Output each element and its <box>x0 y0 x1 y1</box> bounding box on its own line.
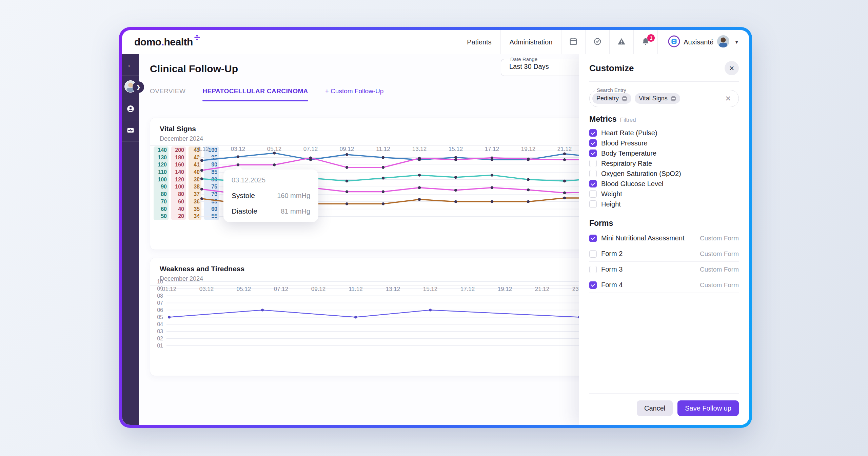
metric-label: Respiratory Rate <box>601 160 652 167</box>
checkbox-unchecked[interactable] <box>589 190 597 198</box>
metric-label: Blood Glucose Level <box>601 180 663 188</box>
app-window: domo.health PatientsAdministration <box>119 27 752 428</box>
save-follow-up-button[interactable]: Save Follow up <box>677 400 739 416</box>
tooltip-label: Diastole <box>232 207 257 215</box>
metric-checkbox-row[interactable]: Body Temperature <box>589 148 739 158</box>
header-spacer <box>200 30 458 54</box>
sidebar-item-monitoring[interactable] <box>122 120 139 142</box>
app-frame: domo.health PatientsAdministration <box>122 30 749 425</box>
notifications-button[interactable]: 1 <box>633 30 657 54</box>
user-avatar <box>717 35 730 49</box>
remove-chip-icon[interactable] <box>622 96 627 101</box>
metrics-section-header: Metrics Filtred <box>589 115 739 124</box>
axis-tick: 80 <box>173 191 184 198</box>
form-checkbox-row[interactable]: Form 2Custom Form <box>589 246 739 262</box>
tab-hepatocellular-carcinoma[interactable]: HEPATOCELLULAR CARCINOMA <box>202 87 308 101</box>
metric-label: Weight <box>601 190 622 198</box>
checkbox-unchecked[interactable] <box>589 170 597 177</box>
y-tick: 07 <box>154 299 163 306</box>
account-menu[interactable]: Auxisanté ▼ <box>657 30 749 54</box>
axis-tick: 70 <box>155 198 167 205</box>
axis-tick: 160 <box>173 161 184 168</box>
checkbox-checked[interactable] <box>589 139 597 147</box>
form-label: Mini Nutritional Assessment <box>601 234 695 242</box>
metric-checkbox-row[interactable]: Weight <box>589 189 739 199</box>
notification-count-badge: 1 <box>647 34 655 42</box>
remove-chip-icon[interactable] <box>671 96 676 101</box>
checkbox-checked[interactable] <box>589 150 597 157</box>
checkbox-checked[interactable] <box>589 235 597 242</box>
metric-checkbox-row[interactable]: Height <box>589 199 739 209</box>
tab-custom-follow-up[interactable]: + Custom Follow-Up <box>325 87 384 101</box>
tasks-button[interactable] <box>585 30 609 54</box>
logo-text: domo.health <box>134 36 193 48</box>
x-tick: 21.12 <box>528 286 556 293</box>
x-tick: 13.12 <box>405 146 434 153</box>
form-type-label: Custom Form <box>700 266 739 273</box>
tab-overview[interactable]: OVERVIEW <box>150 87 185 101</box>
axis-tick: 20 <box>173 213 184 220</box>
form-type-label: Custom Form <box>700 235 739 242</box>
logo-pixel-heart-icon <box>194 35 200 42</box>
panel-footer: Cancel Save Follow up <box>589 393 739 425</box>
tooltip-date: 03.12.2025 <box>232 176 310 184</box>
sidebar-item-profile[interactable] <box>122 99 139 120</box>
search-entry-field[interactable]: Search Entry PediatryVital Signs✕ <box>589 87 739 107</box>
organization-logo-icon <box>668 35 680 49</box>
app-logo[interactable]: domo.health <box>122 30 200 54</box>
sidebar-patient-item[interactable]: ❯ <box>122 76 139 99</box>
metric-label: Heart Rate (Pulse) <box>601 129 657 137</box>
y-tick: 01 <box>154 342 163 349</box>
form-checkbox-row[interactable]: Form 4Custom Form <box>589 277 739 293</box>
x-tick: 03.12 <box>192 286 221 293</box>
search-chips: PediatryVital Signs✕ <box>592 93 733 104</box>
metric-checkbox-row[interactable]: Heart Rate (Pulse) <box>589 128 739 138</box>
metric-checkbox-row[interactable]: Blood Glucose Level <box>589 179 739 189</box>
x-tick: 07.12 <box>267 286 295 293</box>
sidebar: ← ❯ <box>122 54 139 425</box>
nav-item-administration[interactable]: Administration <box>500 30 561 54</box>
metric-checkbox-row[interactable]: Respiratory Rate <box>589 158 739 168</box>
axis-tick: 120 <box>155 161 167 168</box>
x-tick: 19.12 <box>514 146 542 153</box>
checkbox-checked[interactable] <box>589 129 597 137</box>
metric-checkbox-row[interactable]: Blood Pressure <box>589 138 739 148</box>
sidebar-expand-chevron[interactable]: ❯ <box>133 81 144 93</box>
metric-checkbox-row[interactable]: Oxygen Saturation (SpO2) <box>589 168 739 179</box>
y-tick: 08 <box>154 292 163 299</box>
search-chip-pediatry[interactable]: Pediatry <box>592 93 631 104</box>
cancel-button[interactable]: Cancel <box>637 400 673 416</box>
nav-item-patients[interactable]: Patients <box>458 30 500 54</box>
x-tick: 09.12 <box>304 286 333 293</box>
checkbox-checked[interactable] <box>589 180 597 187</box>
checkbox-unchecked[interactable] <box>589 250 597 258</box>
app-header: domo.health PatientsAdministration <box>122 30 749 54</box>
x-tick: 17.12 <box>478 146 506 153</box>
calendar-button[interactable] <box>561 30 585 54</box>
axis-tick: 60 <box>155 205 167 213</box>
axis-tick: 140 <box>173 168 184 176</box>
axis-tick: 100 <box>173 183 184 191</box>
checkbox-unchecked[interactable] <box>589 200 597 208</box>
x-tick: 05.12 <box>230 286 258 293</box>
calendar-icon <box>569 37 578 47</box>
checkbox-unchecked[interactable] <box>589 266 597 273</box>
checkbox-unchecked[interactable] <box>589 160 597 167</box>
search-chip-vital-signs[interactable]: Vital Signs <box>635 93 680 104</box>
x-tick: 13.12 <box>379 286 407 293</box>
form-checkbox-row[interactable]: Form 3Custom Form <box>589 262 739 277</box>
alerts-button[interactable] <box>609 30 633 54</box>
customize-panel-header: Customize ✕ <box>589 54 739 82</box>
x-tick: 03.12 <box>224 146 252 153</box>
x-tick: 11.12 <box>341 286 370 293</box>
sidebar-back-button[interactable]: ← <box>122 54 139 76</box>
checkbox-checked[interactable] <box>589 281 597 289</box>
y-tick: 10 <box>154 278 163 285</box>
metric-label: Height <box>601 200 621 208</box>
axis-tick: 130 <box>155 154 167 161</box>
close-button[interactable]: ✕ <box>725 61 739 75</box>
form-label: Form 3 <box>601 265 695 273</box>
clear-search-button[interactable]: ✕ <box>723 94 733 103</box>
panel-title: Customize <box>589 63 634 74</box>
form-checkbox-row[interactable]: Mini Nutritional AssessmentCustom Form <box>589 231 739 246</box>
